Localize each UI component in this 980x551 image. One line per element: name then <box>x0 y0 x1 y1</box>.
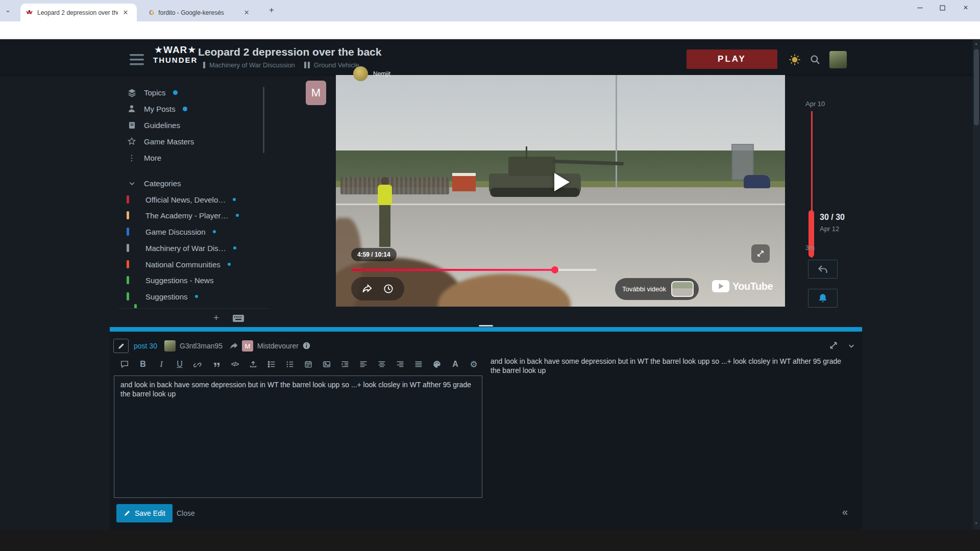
theme-sun-icon[interactable] <box>789 54 801 66</box>
taskbar: Asztal » ^ HUN US 12:28 2026. 04. 12. <box>0 530 980 551</box>
unread-dot <box>236 214 239 217</box>
composer-post-ref[interactable]: post 30 <box>134 342 157 350</box>
sidebar-item-more[interactable]: ⋮ More <box>127 151 259 164</box>
notification-bell-button[interactable] <box>808 289 838 308</box>
category-color-bar <box>127 195 129 204</box>
page-scrollbar[interactable]: ▲ ▼ <box>973 40 980 530</box>
tab-inactive[interactable]: G fordito - Google-keresés ✕ <box>144 4 260 21</box>
new-tab-button[interactable]: + <box>269 5 274 15</box>
timeline-start-date[interactable]: Apr 10 <box>805 100 825 108</box>
user-avatar[interactable] <box>829 51 847 68</box>
palette-icon[interactable] <box>431 358 443 370</box>
tab-close-icon[interactable]: ✕ <box>242 8 251 17</box>
reply-to-arrow-icon <box>229 341 239 351</box>
category-color-bar <box>127 276 129 284</box>
sidebar-category-suggestions[interactable]: Suggestions <box>127 290 259 303</box>
reply-button[interactable] <box>808 260 838 279</box>
numbered-list-icon[interactable] <box>284 358 296 370</box>
post-author-avatar[interactable]: M <box>306 81 326 105</box>
bullet-list-icon[interactable] <box>265 358 278 370</box>
sidebar-item-guidelines[interactable]: Guidelines <box>127 118 259 132</box>
expand-video-icon[interactable] <box>751 244 770 263</box>
car <box>744 175 770 188</box>
window-maximize-button[interactable] <box>932 0 952 15</box>
comment-icon[interactable] <box>118 358 131 370</box>
composer-author-avatar[interactable] <box>164 340 176 352</box>
tab-active[interactable]: Leopard 2 depression over the ✕ <box>20 4 137 21</box>
category-color-bar <box>127 244 129 252</box>
upload-icon[interactable] <box>247 358 259 370</box>
sidebar-category-game-discussion[interactable]: Game Discussion <box>127 225 259 238</box>
quote-icon[interactable] <box>210 358 223 370</box>
composer-resize-bar[interactable] <box>110 327 862 332</box>
window-close-button[interactable]: ✕ <box>955 0 976 15</box>
image-icon[interactable] <box>321 358 333 370</box>
hamburger-menu-icon[interactable] <box>130 54 144 65</box>
video-progress-handle[interactable] <box>551 266 558 273</box>
composer-author-name[interactable]: G3ntl3man95 <box>180 342 223 350</box>
keyboard-shortcuts-icon[interactable] <box>232 314 244 322</box>
video-progress-track[interactable] <box>352 269 597 271</box>
save-edit-button[interactable]: Save Edit <box>116 504 173 522</box>
sidebar-item-topics[interactable]: Topics <box>127 86 259 99</box>
tab-search-icon[interactable]: ⌄ <box>5 6 11 14</box>
breadcrumb-category[interactable]: Machinery of War Discussion <box>209 61 295 69</box>
indent-icon[interactable] <box>339 358 351 370</box>
breadcrumb-subcategory[interactable]: Ground Vehicle <box>314 61 359 69</box>
composer-drag-grip[interactable] <box>479 325 493 327</box>
composer-preview-text: and look in back have some depression bu… <box>491 357 848 375</box>
add-section-icon[interactable]: + <box>213 312 219 323</box>
sidebar-category-academy[interactable]: The Academy - Player… <box>127 209 259 222</box>
flagpole <box>616 75 617 188</box>
play-button[interactable]: PLAY <box>687 49 777 69</box>
close-button[interactable]: Close <box>177 509 195 517</box>
scrollbar-thumb[interactable] <box>974 49 979 126</box>
share-icon[interactable] <box>361 283 373 294</box>
channel-name[interactable]: Nemjit <box>373 70 390 78</box>
sidebar-scrollbar[interactable] <box>263 87 264 153</box>
underline-icon[interactable]: U <box>174 358 186 370</box>
sidebar-category-suggestions-news[interactable]: Suggestions - News <box>127 273 259 287</box>
unread-dot <box>213 230 216 233</box>
youtube-video-player[interactable]: 4:59 / 10:14 További videók YouTube <box>336 75 785 307</box>
sidebar-item-game-masters[interactable]: Game Masters <box>127 135 259 148</box>
align-right-icon[interactable] <box>394 358 406 370</box>
scroll-down-arrow[interactable]: ▼ <box>974 521 978 525</box>
align-center-icon[interactable] <box>376 358 388 370</box>
info-icon[interactable] <box>302 341 311 350</box>
link-icon[interactable] <box>192 358 204 370</box>
tab-close-icon[interactable]: ✕ <box>121 8 130 17</box>
code-icon[interactable]: </> <box>229 358 241 370</box>
sidebar-category-official-news[interactable]: Official News, Develo… <box>127 193 259 206</box>
channel-avatar[interactable] <box>353 66 368 81</box>
warthunder-logo[interactable]: ★WAR★ THUNDER <box>153 45 198 64</box>
search-icon[interactable] <box>810 54 821 65</box>
collapse-left-icon[interactable]: « <box>842 506 848 518</box>
composer-edit-textarea[interactable]: and look in back have some depression bu… <box>114 375 482 498</box>
align-left-icon[interactable] <box>357 358 370 370</box>
unread-dot <box>183 107 187 111</box>
font-color-icon[interactable]: A <box>449 358 461 370</box>
sidebar-category-machinery[interactable]: Machinery of War Dis… <box>127 241 259 255</box>
unread-dot <box>195 295 198 298</box>
sidebar-categories-header[interactable]: Categories <box>127 177 259 190</box>
more-videos-button[interactable]: További videók <box>615 278 699 300</box>
sidebar-category-national[interactable]: National Communities <box>127 258 259 271</box>
composer-recipient-name[interactable]: Mistdevourer <box>257 342 299 350</box>
window-minimize-button[interactable] <box>910 0 930 15</box>
bold-icon[interactable]: B <box>137 358 149 370</box>
sidebar-item-my-posts[interactable]: My Posts <box>127 102 259 115</box>
calendar-icon[interactable] <box>302 358 314 370</box>
composer-expand-icon[interactable] <box>829 341 838 350</box>
settings-gear-icon[interactable]: ⚙ <box>468 358 480 370</box>
composer-collapse-chevron-icon[interactable] <box>847 342 855 350</box>
tab-title: fordito - Google-keresés <box>158 9 239 16</box>
youtube-logo[interactable]: YouTube <box>712 280 773 292</box>
person-icon <box>127 104 137 114</box>
justify-icon[interactable] <box>412 358 425 370</box>
composer-recipient-avatar[interactable]: M <box>242 340 253 352</box>
italic-icon[interactable]: I <box>155 358 167 370</box>
play-video-button[interactable] <box>554 173 570 191</box>
watch-later-clock-icon[interactable] <box>383 283 394 294</box>
scroll-up-arrow[interactable]: ▲ <box>974 42 978 45</box>
